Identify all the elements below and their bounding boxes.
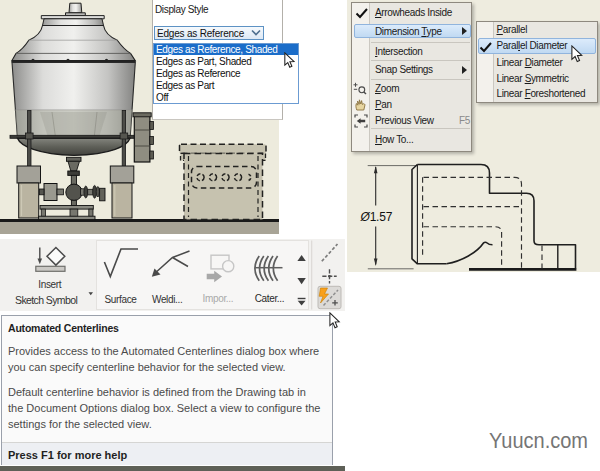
svg-text:Ø1.57: Ø1.57 — [360, 210, 393, 224]
